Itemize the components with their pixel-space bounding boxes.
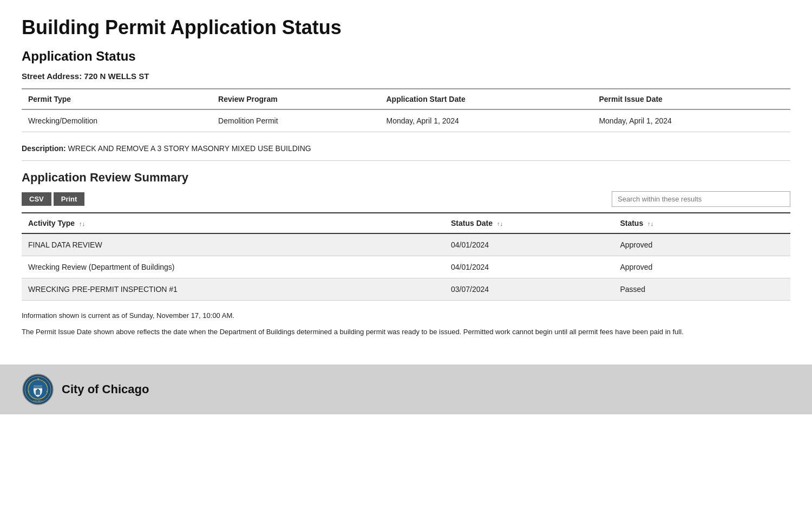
col-status-date[interactable]: Status Date ↑↓ [444, 213, 613, 233]
svg-text:★: ★ [37, 378, 40, 381]
description-value: WRECK AND REMOVE A 3 STORY MASONRY MIXED… [68, 144, 311, 153]
permit-cell-review_program: Demolition Permit [212, 109, 379, 132]
section-subtitle: Application Status [22, 49, 790, 64]
info-paragraph: The Permit Issue Date shown above reflec… [22, 327, 769, 338]
review-cell-status_date: 04/01/2024 [444, 233, 613, 256]
status-date-sort-icon[interactable]: ↑↓ [497, 220, 503, 227]
print-button[interactable]: Print [54, 192, 85, 206]
permit-cell-permit_issue_date: Monday, April 1, 2024 [592, 109, 790, 132]
button-group: CSV Print [22, 192, 84, 206]
svg-text:★: ★ [46, 390, 48, 393]
svg-text:★: ★ [28, 390, 30, 393]
col-review-program: Review Program [212, 89, 379, 109]
review-cell-status: Approved [613, 256, 790, 278]
info-current-as-of: Information shown is current as of Sunda… [22, 310, 790, 321]
permit-cell-permit_type: Wrecking/Demolition [22, 109, 212, 132]
col-status[interactable]: Status ↑↓ [613, 213, 790, 233]
street-address: Street Address: 720 N WELLS ST [22, 71, 790, 81]
review-cell-status_date: 04/01/2024 [444, 256, 613, 278]
footer: ★ ★ ★ CHICAGO City of Chicago [0, 365, 812, 414]
review-summary-title: Application Review Summary [22, 171, 790, 185]
toolbar-row: CSV Print [22, 191, 790, 207]
review-cell-activity_type: Wrecking Review (Department of Buildings… [22, 256, 444, 278]
col-activity-type[interactable]: Activity Type ↑↓ [22, 213, 444, 233]
footer-city-name: City of Chicago [62, 382, 149, 396]
review-cell-status: Approved [613, 233, 790, 256]
col-permit-type: Permit Type [22, 89, 212, 109]
review-cell-activity_type: WRECKING PRE-PERMIT INSPECTION #1 [22, 278, 444, 301]
svg-rect-5 [36, 390, 40, 395]
activity-type-sort-icon[interactable]: ↑↓ [79, 220, 85, 227]
review-table: Activity Type ↑↓ Status Date ↑↓ Status ↑… [22, 212, 790, 301]
svg-text:CHICAGO: CHICAGO [33, 400, 43, 402]
description-label: Description: [22, 144, 66, 153]
svg-rect-3 [34, 385, 42, 388]
search-input[interactable] [612, 191, 790, 207]
review-cell-status_date: 03/07/2024 [444, 278, 613, 301]
page-title: Building Permit Application Status [22, 16, 790, 39]
col-permit-issue-date: Permit Issue Date [592, 89, 790, 109]
review-table-row: FINAL DATA REVIEW04/01/2024Approved [22, 233, 790, 256]
review-cell-status: Passed [613, 278, 790, 301]
permit-table: Permit Type Review Program Application S… [22, 88, 790, 132]
description-row: Description: WRECK AND REMOVE A 3 STORY … [22, 139, 790, 161]
csv-button[interactable]: CSV [22, 192, 51, 206]
col-app-start-date: Application Start Date [379, 89, 592, 109]
permit-cell-application_start_date: Monday, April 1, 2024 [379, 109, 592, 132]
city-seal-icon: ★ ★ ★ CHICAGO [22, 373, 54, 406]
street-address-label: Street Address: [22, 71, 82, 81]
review-table-row: WRECKING PRE-PERMIT INSPECTION #103/07/2… [22, 278, 790, 301]
review-table-row: Wrecking Review (Department of Buildings… [22, 256, 790, 278]
status-sort-icon[interactable]: ↑↓ [647, 220, 653, 227]
review-cell-activity_type: FINAL DATA REVIEW [22, 233, 444, 256]
svg-rect-6 [37, 389, 39, 391]
street-address-value: 720 N WELLS ST [84, 71, 149, 81]
permit-table-row: Wrecking/DemolitionDemolition PermitMond… [22, 109, 790, 132]
